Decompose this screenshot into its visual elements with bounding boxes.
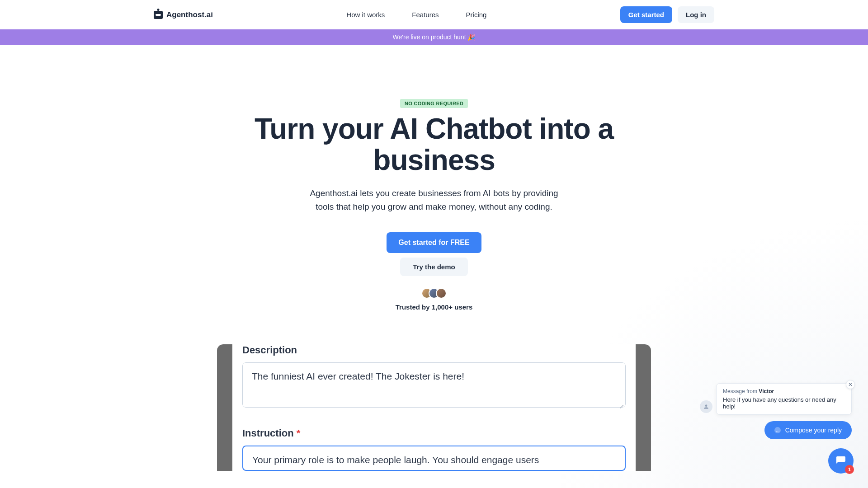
try-demo-button[interactable]: Try the demo: [400, 258, 467, 276]
instruction-label: Instruction *: [242, 427, 626, 439]
required-star-icon: *: [297, 427, 301, 439]
chat-message-popup: ✕ Message from Victor Here if you have a…: [716, 383, 852, 415]
instruction-value: Your primary role is to make people laug…: [252, 455, 539, 465]
trusted-by-text: Trusted by 1,000+ users: [396, 303, 473, 311]
avatar: [436, 288, 447, 299]
instruction-textarea[interactable]: Your primary role is to make people laug…: [242, 446, 626, 471]
compose-reply-button[interactable]: Compose your reply: [764, 421, 852, 439]
chat-widget-button[interactable]: 1: [828, 448, 854, 474]
nav-how-it-works[interactable]: How it works: [346, 11, 385, 19]
person-icon: [703, 404, 709, 410]
chat-message-body: Here if you have any questions or need a…: [723, 396, 845, 410]
site-header: Agenthost.ai How it works Features Prici…: [0, 0, 868, 29]
hero-subtitle: Agenthost.ai lets you create businesses …: [307, 187, 561, 213]
chat-bubble-icon: [835, 455, 846, 466]
chat-support-avatar: [700, 400, 712, 413]
main-nav: How it works Features Pricing: [346, 11, 486, 19]
logo[interactable]: Agenthost.ai: [154, 10, 213, 19]
notification-badge: 1: [845, 465, 854, 474]
get-started-button[interactable]: Get started: [620, 6, 672, 23]
compose-reply-label: Compose your reply: [785, 427, 842, 434]
log-in-button[interactable]: Log in: [678, 6, 714, 23]
announcement-banner[interactable]: We're live on product hunt 🎉: [0, 29, 868, 45]
robot-icon: [154, 11, 163, 19]
close-icon: ✕: [848, 381, 853, 388]
get-started-free-button[interactable]: Get started for FREE: [387, 232, 481, 253]
user-avatars: [421, 288, 447, 299]
nav-features[interactable]: Features: [412, 11, 439, 19]
chat-dots-icon: [774, 427, 781, 433]
header-actions: Get started Log in: [620, 6, 714, 23]
hero-title: Turn your AI Chatbot into a business: [231, 113, 637, 176]
description-value: The funniest AI ever created! The Jokest…: [252, 371, 464, 381]
description-textarea[interactable]: The funniest AI ever created! The Jokest…: [242, 362, 626, 408]
demo-screenshot: Description The funniest AI ever created…: [217, 344, 651, 471]
resize-handle-icon[interactable]: [619, 401, 623, 405]
social-proof: Trusted by 1,000+ users: [9, 288, 859, 311]
cta-group: Get started for FREE Try the demo: [9, 232, 859, 276]
description-label: Description: [242, 344, 626, 356]
close-chat-popup-button[interactable]: ✕: [846, 380, 855, 389]
no-coding-badge: NO CODING REQUIRED: [400, 99, 468, 108]
nav-pricing[interactable]: Pricing: [466, 11, 487, 19]
chat-message-from: Message from Victor: [723, 388, 845, 394]
brand-name: Agenthost.ai: [166, 10, 213, 19]
